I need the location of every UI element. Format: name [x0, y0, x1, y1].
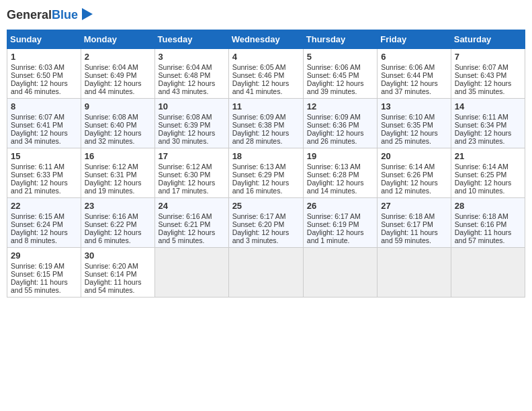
calendar-cell: 9Sunrise: 6:08 AMSunset: 6:40 PMDaylight…	[81, 99, 154, 148]
sunrise-text: Sunrise: 6:06 AM	[307, 63, 373, 71]
daylight-text: Daylight: 12 hours and 10 minutes.	[455, 179, 521, 195]
calendar-header-wednesday: Wednesday	[228, 30, 303, 49]
calendar-cell: 16Sunrise: 6:12 AMSunset: 6:31 PMDayligh…	[81, 148, 154, 198]
svg-marker-0	[82, 8, 93, 20]
calendar-cell: 17Sunrise: 6:12 AMSunset: 6:30 PMDayligh…	[154, 148, 228, 198]
calendar-header-thursday: Thursday	[303, 30, 377, 49]
day-number: 19	[307, 151, 373, 161]
sunset-text: Sunset: 6:45 PM	[307, 71, 373, 79]
daylight-text: Daylight: 12 hours and 39 minutes.	[307, 79, 373, 95]
sunrise-text: Sunrise: 6:10 AM	[381, 113, 447, 121]
sunset-text: Sunset: 6:28 PM	[307, 171, 373, 179]
sunset-text: Sunset: 6:44 PM	[381, 71, 447, 79]
daylight-text: Daylight: 12 hours and 19 minutes.	[85, 179, 151, 195]
day-number: 8	[11, 101, 77, 111]
calendar-cell: 29Sunrise: 6:19 AMSunset: 6:15 PMDayligh…	[7, 248, 81, 298]
daylight-text: Daylight: 12 hours and 43 minutes.	[159, 79, 225, 95]
calendar-cell: 30Sunrise: 6:20 AMSunset: 6:14 PMDayligh…	[81, 248, 154, 298]
day-number: 15	[11, 151, 77, 161]
sunrise-text: Sunrise: 6:13 AM	[307, 163, 373, 171]
calendar-header-row: SundayMondayTuesdayWednesdayThursdayFrid…	[7, 30, 525, 49]
sunrise-text: Sunrise: 6:18 AM	[455, 212, 521, 220]
sunset-text: Sunset: 6:34 PM	[455, 121, 521, 129]
logo-text: GeneralBlue	[7, 9, 78, 22]
daylight-text: Daylight: 12 hours and 1 minute.	[307, 228, 373, 244]
sunset-text: Sunset: 6:22 PM	[85, 220, 151, 228]
calendar-header-saturday: Saturday	[451, 30, 525, 49]
logo-icon	[82, 7, 97, 24]
calendar-cell: 2Sunrise: 6:04 AMSunset: 6:49 PMDaylight…	[81, 49, 154, 99]
sunrise-text: Sunrise: 6:11 AM	[11, 163, 77, 171]
calendar-week-3: 15Sunrise: 6:11 AMSunset: 6:33 PMDayligh…	[7, 148, 525, 198]
calendar-cell: 7Sunrise: 6:07 AMSunset: 6:43 PMDaylight…	[451, 49, 525, 99]
calendar-table: SundayMondayTuesdayWednesdayThursdayFrid…	[7, 30, 525, 298]
calendar-cell: 12Sunrise: 6:09 AMSunset: 6:36 PMDayligh…	[303, 99, 377, 148]
daylight-text: Daylight: 12 hours and 3 minutes.	[232, 228, 300, 244]
day-number: 27	[381, 201, 447, 211]
calendar-header-monday: Monday	[81, 30, 154, 49]
daylight-text: Daylight: 12 hours and 35 minutes.	[455, 79, 521, 95]
day-number: 21	[455, 151, 521, 161]
daylight-text: Daylight: 11 hours and 59 minutes.	[381, 228, 447, 244]
calendar-cell: 1Sunrise: 6:03 AMSunset: 6:50 PMDaylight…	[7, 49, 81, 99]
calendar-header-tuesday: Tuesday	[154, 30, 228, 49]
logo-block: GeneralBlue	[7, 9, 78, 22]
daylight-text: Daylight: 12 hours and 21 minutes.	[11, 179, 77, 195]
calendar-cell: 19Sunrise: 6:13 AMSunset: 6:28 PMDayligh…	[303, 148, 377, 198]
sunset-text: Sunset: 6:40 PM	[85, 121, 151, 129]
day-number: 17	[159, 151, 225, 161]
sunset-text: Sunset: 6:21 PM	[159, 220, 225, 228]
calendar-cell: 3Sunrise: 6:04 AMSunset: 6:48 PMDaylight…	[154, 49, 228, 99]
daylight-text: Daylight: 12 hours and 44 minutes.	[85, 79, 151, 95]
sunset-text: Sunset: 6:25 PM	[455, 171, 521, 179]
day-number: 16	[85, 151, 151, 161]
sunset-text: Sunset: 6:17 PM	[381, 220, 447, 228]
calendar-cell: 18Sunrise: 6:13 AMSunset: 6:29 PMDayligh…	[228, 148, 303, 198]
calendar-week-5: 29Sunrise: 6:19 AMSunset: 6:15 PMDayligh…	[7, 248, 525, 298]
calendar-cell: 21Sunrise: 6:14 AMSunset: 6:25 PMDayligh…	[451, 148, 525, 198]
day-number: 28	[455, 201, 521, 211]
daylight-text: Daylight: 12 hours and 6 minutes.	[85, 228, 151, 244]
day-number: 25	[232, 201, 300, 211]
sunrise-text: Sunrise: 6:16 AM	[85, 212, 151, 220]
sunset-text: Sunset: 6:29 PM	[232, 171, 300, 179]
calendar-cell: 28Sunrise: 6:18 AMSunset: 6:16 PMDayligh…	[451, 198, 525, 248]
sunrise-text: Sunrise: 6:08 AM	[159, 113, 225, 121]
sunset-text: Sunset: 6:26 PM	[381, 171, 447, 179]
calendar-cell: 4Sunrise: 6:05 AMSunset: 6:46 PMDaylight…	[228, 49, 303, 99]
sunset-text: Sunset: 6:15 PM	[11, 270, 77, 278]
sunset-text: Sunset: 6:50 PM	[11, 71, 77, 79]
sunrise-text: Sunrise: 6:06 AM	[381, 63, 447, 71]
sunrise-text: Sunrise: 6:04 AM	[85, 63, 151, 71]
sunrise-text: Sunrise: 6:08 AM	[85, 113, 151, 121]
daylight-text: Daylight: 12 hours and 17 minutes.	[159, 179, 225, 195]
daylight-text: Daylight: 12 hours and 34 minutes.	[11, 129, 77, 145]
sunset-text: Sunset: 6:38 PM	[232, 121, 300, 129]
daylight-text: Daylight: 12 hours and 8 minutes.	[11, 228, 77, 244]
daylight-text: Daylight: 12 hours and 32 minutes.	[85, 129, 151, 145]
sunset-text: Sunset: 6:43 PM	[455, 71, 521, 79]
day-number: 7	[455, 52, 521, 62]
logo: GeneralBlue	[7, 7, 97, 24]
sunset-text: Sunset: 6:49 PM	[85, 71, 151, 79]
daylight-text: Daylight: 12 hours and 5 minutes.	[159, 228, 225, 244]
calendar-cell: 20Sunrise: 6:14 AMSunset: 6:26 PMDayligh…	[378, 148, 451, 198]
sunrise-text: Sunrise: 6:12 AM	[85, 163, 151, 171]
sunset-text: Sunset: 6:20 PM	[232, 220, 300, 228]
day-number: 5	[307, 52, 373, 62]
day-number: 23	[85, 201, 151, 211]
sunset-text: Sunset: 6:16 PM	[455, 220, 521, 228]
calendar-cell: 23Sunrise: 6:16 AMSunset: 6:22 PMDayligh…	[81, 198, 154, 248]
day-number: 11	[232, 101, 300, 111]
calendar-cell: 26Sunrise: 6:17 AMSunset: 6:19 PMDayligh…	[303, 198, 377, 248]
sunset-text: Sunset: 6:35 PM	[381, 121, 447, 129]
sunrise-text: Sunrise: 6:20 AM	[85, 262, 151, 270]
day-number: 30	[85, 250, 151, 261]
sunrise-text: Sunrise: 6:07 AM	[11, 113, 77, 121]
sunrise-text: Sunrise: 6:07 AM	[455, 63, 521, 71]
daylight-text: Daylight: 12 hours and 46 minutes.	[11, 79, 77, 95]
sunrise-text: Sunrise: 6:14 AM	[381, 163, 447, 171]
sunset-text: Sunset: 6:14 PM	[85, 270, 151, 278]
sunset-text: Sunset: 6:30 PM	[159, 171, 225, 179]
sunset-text: Sunset: 6:33 PM	[11, 171, 77, 179]
